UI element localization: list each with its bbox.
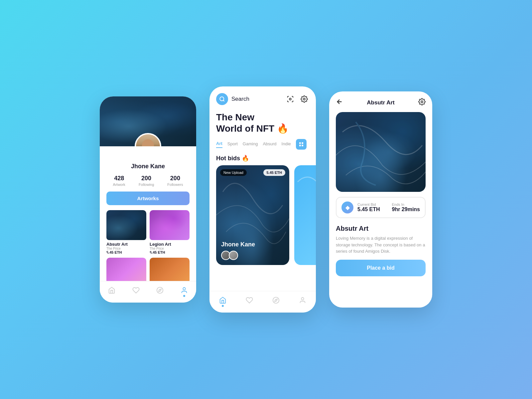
back-button[interactable] xyxy=(336,98,343,107)
user-name: Jhone Kane xyxy=(131,163,165,170)
svg-point-6 xyxy=(303,98,305,100)
bottom-navigation xyxy=(100,281,196,303)
artwork-display xyxy=(336,112,426,192)
artwork-price-label-2: The Price xyxy=(150,247,190,250)
ends-in-value: 9hr 29mins xyxy=(392,206,420,212)
header-icons xyxy=(285,94,309,104)
svg-line-4 xyxy=(223,100,224,101)
avatar-image xyxy=(136,134,160,146)
new-upload-badge: New Upload xyxy=(220,169,247,176)
svg-marker-1 xyxy=(159,289,161,292)
artwork-price-2: 6.45 ETH xyxy=(150,250,190,254)
svg-point-5 xyxy=(289,98,291,100)
phone-discover: Search The NewWo xyxy=(209,86,316,313)
svg-point-0 xyxy=(157,287,163,293)
svg-rect-7 xyxy=(299,142,301,144)
hot-bids-label: Hot bids 🔥 xyxy=(209,155,316,165)
artwork-grid: Absutr Art The Price 5.45 ETH Legion Art… xyxy=(106,210,190,288)
bid-info-box: ◆ Current Bid 5.45 ETH Ends In 9hr 29min… xyxy=(336,197,426,218)
hero-title: The NewWorld of NFT 🔥 xyxy=(216,112,309,134)
card-bottom-info: Jhone Kane xyxy=(221,241,284,260)
artwork-title-1: Absutr Art xyxy=(106,242,146,247)
artwork-image-2 xyxy=(150,210,190,240)
detail-settings-icon[interactable] xyxy=(418,98,426,107)
grid-item-2[interactable]: Legion Art The Price 6.45 ETH xyxy=(150,210,190,254)
detail-page-title: Absutr Art xyxy=(367,99,394,106)
stat-following: 200 Following xyxy=(132,175,161,187)
discover-header: Search xyxy=(209,86,316,108)
categories-grid-icon[interactable] xyxy=(296,139,307,150)
stat-artwork: 428 Artwork xyxy=(106,175,132,187)
card-creator-name: Jhone Kane xyxy=(221,241,284,248)
stat-followers: 200 Followers xyxy=(161,175,190,187)
bid-card-secondary[interactable] xyxy=(294,165,316,265)
artworks-button[interactable]: Artworks xyxy=(106,192,190,205)
mini-avatar-2 xyxy=(229,251,238,260)
hero-section: The NewWorld of NFT 🔥 xyxy=(209,108,316,139)
bid-card-main[interactable]: New Upload 5.45 ETH Jhone Kane xyxy=(216,165,289,265)
artwork-title: Absutr Art xyxy=(329,223,432,235)
svg-rect-10 xyxy=(302,145,303,147)
nav2-favorites[interactable] xyxy=(245,296,253,304)
svg-marker-12 xyxy=(275,299,277,302)
svg-point-11 xyxy=(273,297,279,303)
nav-home[interactable] xyxy=(108,286,116,294)
following-count: 200 xyxy=(141,175,151,182)
nav2-profile[interactable] xyxy=(299,296,307,304)
nav2-explore[interactable] xyxy=(272,296,280,304)
current-bid-col: Current Bid 5.45 ETH xyxy=(357,202,380,212)
categories-bar: Art Sport Gaming Absurd Indie xyxy=(209,139,316,155)
scan-icon[interactable] xyxy=(285,94,295,104)
ends-in-col: Ends In 9hr 29mins xyxy=(392,202,420,212)
nav-favorites[interactable] xyxy=(132,286,140,294)
artwork-title-2: Legion Art xyxy=(150,242,190,247)
profile-header-bg xyxy=(100,96,196,146)
category-sport[interactable]: Sport xyxy=(227,141,238,148)
svg-point-13 xyxy=(301,298,304,300)
detail-topbar: Absutr Art xyxy=(329,91,432,112)
card-price: 5.45 ETH xyxy=(263,169,285,176)
place-bid-button[interactable]: Place a bid xyxy=(336,260,426,276)
current-bid-value: 5.45 ETH xyxy=(357,206,380,212)
avatar-face xyxy=(142,139,154,146)
profile-body: Jhone Kane 428 Artwork 200 Following 200… xyxy=(100,146,196,291)
category-indie[interactable]: Indie xyxy=(282,141,291,148)
artwork-description: Loving Memory is a digital expression of… xyxy=(329,235,432,260)
svg-point-3 xyxy=(220,97,224,101)
following-label: Following xyxy=(139,183,154,187)
nav-explore[interactable] xyxy=(156,286,164,294)
svg-point-2 xyxy=(183,288,185,290)
phones-container: Jhone Kane 428 Artwork 200 Following 200… xyxy=(100,86,432,313)
settings-icon[interactable] xyxy=(299,94,309,104)
current-bid-label: Current Bid xyxy=(357,202,380,206)
category-gaming[interactable]: Gaming xyxy=(243,141,258,148)
followers-label: Followers xyxy=(167,183,183,187)
user-avatar xyxy=(135,133,161,146)
phone-detail: Absutr Art ◆ Curre xyxy=(329,91,432,308)
nav2-home[interactable] xyxy=(219,296,227,304)
bottom-navigation-2 xyxy=(209,291,316,313)
artwork-image-1 xyxy=(106,210,146,240)
user-stats: 428 Artwork 200 Following 200 Followers xyxy=(106,175,190,187)
category-absurd[interactable]: Absurd xyxy=(263,141,276,148)
hot-bids-cards: New Upload 5.45 ETH Jhone Kane xyxy=(209,165,316,265)
search-icon xyxy=(216,93,228,105)
followers-count: 200 xyxy=(170,175,180,182)
grid-item-1[interactable]: Absutr Art The Price 5.45 ETH xyxy=(106,210,146,254)
card-avatars xyxy=(221,251,284,260)
phone-profile: Jhone Kane 428 Artwork 200 Following 200… xyxy=(100,96,196,303)
nav-profile[interactable] xyxy=(180,286,188,294)
artwork-label: Artwork xyxy=(113,183,125,187)
ends-in-label: Ends In xyxy=(392,202,420,206)
artwork-price-1: 5.45 ETH xyxy=(106,250,146,254)
search-area[interactable]: Search xyxy=(216,93,249,105)
category-art[interactable]: Art xyxy=(216,141,222,148)
search-label[interactable]: Search xyxy=(231,96,249,102)
artwork-count: 428 xyxy=(114,175,124,182)
artwork-price-label-1: The Price xyxy=(106,247,146,250)
svg-rect-8 xyxy=(302,142,303,144)
bid-details: Current Bid 5.45 ETH Ends In 9hr 29mins xyxy=(357,202,420,212)
svg-point-15 xyxy=(421,101,423,103)
svg-rect-9 xyxy=(299,145,301,147)
ethereum-icon: ◆ xyxy=(341,201,353,213)
